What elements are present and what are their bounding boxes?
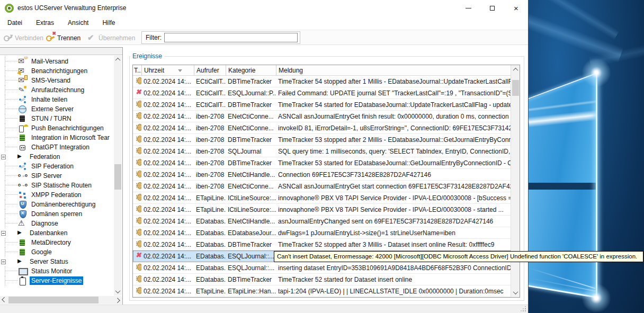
tree-item[interactable]: Benachrichtigungen [0,66,114,76]
cell-message: TimeTracker 53 started for EDatabaseJour… [276,159,511,167]
table-row[interactable]: 02.02.2024 14:... ECtiCallT... ESQLJourn… [133,87,511,99]
tree-item[interactable]: Server Status [0,257,114,266]
bug-icon [135,76,141,85]
cell-caller: EDatabas... [194,276,226,283]
tree-item[interactable]: MetaDirectory [0,238,114,247]
collapse-minus-icon[interactable] [1,260,6,264]
error-icon [135,251,141,260]
table-row[interactable]: 02.02.2024 14:... EDatabas... DBTimeTrac… [133,239,511,251]
tree-item-label: Diagnose [30,219,60,228]
tree-item[interactable]: Push Benachrichtigungen [0,123,114,133]
scroll-left-button[interactable] [0,296,8,304]
window-logo-right-edge [596,73,597,298]
menu-item[interactable]: Hilfe [96,17,121,29]
table-row[interactable]: 02.02.2024 14:... EDatabas... ENetCtiHan… [133,216,511,227]
table-row[interactable]: 02.02.2024 14:... iben-2708 ENetCtiConne… [133,181,511,192]
tree-item[interactable]: Domänenberechtigung [0,200,114,209]
menu-item[interactable]: Datei [1,17,29,29]
tree-item[interactable]: Status Monitor [0,266,114,276]
table-row[interactable]: 02.02.2024 14:... ECtiCallT... DBTimeTra… [133,76,511,87]
tree-connector [5,104,5,114]
menu-item[interactable]: Ansicht [61,17,95,29]
tree-item[interactable]: XMPP Federation [0,190,114,200]
tree-item[interactable]: Datenbanken [0,228,114,238]
scroll-right-button[interactable] [114,296,122,304]
tree-horizontal-scrollbar[interactable] [0,296,122,304]
tree-item-label: Server Status [28,257,70,266]
table-row[interactable]: 02.02.2024 14:... ETapiLine... ICtiLineS… [133,204,511,216]
table-row[interactable]: 02.02.2024 14:... ETapiLine... ICtiLineS… [133,192,511,204]
table-row[interactable]: 02.02.2024 14:... ETapiLine... ETapiLine… [133,285,511,297]
connect-button[interactable]: Verbinden [3,32,43,44]
column-header-category[interactable]: Kategorie [226,65,276,76]
table-row[interactable]: 02.02.2024 14:... iben-2708 DBTimeTracke… [133,157,511,169]
tree-item-label: Server-Ereignisse [30,276,83,285]
disconnect-button[interactable]: ✖ Trennen [46,32,80,44]
scroll-down-button[interactable] [114,288,122,296]
tree-item[interactable]: ChatGPT Integration [0,142,114,152]
table-vertical-scrollbar[interactable] [511,65,520,297]
filter-group: Filter: [141,31,300,44]
collapse-minus-icon[interactable] [1,231,6,236]
column-header-caller[interactable]: Aufrufer [194,65,226,76]
column-header-type[interactable]: T... [133,65,141,76]
close-icon: × [514,4,518,12]
tree-item[interactable]: Externe Server [0,104,114,114]
tree-item[interactable]: Server-Ereignisse [0,276,114,285]
tree-item[interactable]: Google [0,247,114,257]
tree-connector [5,209,5,219]
tree-item[interactable]: Federation [0,152,114,162]
tree-vertical-scrollbar[interactable] [114,56,122,296]
window-logo-crossbar [529,183,597,190]
table-row[interactable]: 02.02.2024 14:... iben-2708 ENetCtiConne… [133,111,511,122]
chevron-right-icon [115,298,120,303]
tree-item[interactable]: Inhalte teilen [0,95,114,104]
table-row[interactable]: 02.02.2024 14:... EDatabas... EDatabaseJ… [133,227,511,239]
cell-caller: ETapiLine... [194,288,226,295]
bug-icon [135,169,141,178]
tree-item[interactable]: Diagnose [0,219,114,228]
table-row[interactable]: 02.02.2024 14:... iben-2708 DBTimeTracke… [133,134,511,146]
tree-item[interactable]: STUN / TURN [0,114,114,123]
tree-item[interactable]: SIP Server [0,171,114,181]
cell-caller: ECtiCallT... [194,78,226,85]
column-header-message[interactable]: Meldung [276,65,511,76]
table-row[interactable]: 02.02.2024 14:... ECtiCallT... DBTimeTra… [133,99,511,111]
scroll-up-button[interactable] [114,56,122,64]
collapse-minus-icon[interactable] [1,155,6,159]
titlebar[interactable]: estos UCServer Verwaltung Enterprise × [0,0,528,16]
tree-item-label: Integration in Microsoft Tear [30,133,111,142]
column-header-time[interactable]: Uhrzeit [141,65,194,76]
table-row[interactable]: 02.02.2024 14:... iben-2708 ENetCtiConne… [133,122,511,134]
minimize-button[interactable] [457,0,480,16]
cell-message: dwFlags=1 pJournalEntryList->size()=1 st… [276,229,511,237]
apply-button[interactable]: Übernehmen [87,32,135,44]
tree-item[interactable]: Mail-Versand [0,57,114,66]
table-row[interactable]: 02.02.2024 14:... EDatabas... ESQLJourna… [133,262,511,274]
tree-item[interactable]: SIP Statische Routen [0,181,114,190]
menu-item[interactable]: Extras [30,17,60,29]
filter-input[interactable] [164,33,298,42]
tree-item[interactable]: Anrufaufzeichnung [0,85,114,95]
table-row[interactable]: 02.02.2024 14:... iben-2708 ENetCtiHandl… [133,169,511,181]
statusbar [0,305,528,313]
tree-item[interactable]: Domänen sperren [0,209,114,219]
maximize-button[interactable] [480,0,504,16]
resize-grip[interactable] [521,306,526,311]
cell-time: 02.02.2024 14:... [141,148,194,155]
tree-item[interactable]: SMS-Versand [0,76,114,85]
scroll-up-button[interactable] [512,66,520,74]
cell-time: 02.02.2024 14:... [141,113,194,120]
scrollbar-thumb[interactable] [114,164,121,190]
scroll-down-button[interactable] [512,289,520,297]
close-button[interactable]: × [504,0,528,16]
scrollbar-thumb[interactable] [8,297,99,303]
scrollbar-thumb[interactable] [512,80,519,96]
tree-item[interactable]: SIP Federation [0,162,114,171]
table-row[interactable]: 02.02.2024 14:... EDatabas... DBTimeTrac… [133,274,511,285]
minimize-icon [466,8,471,8]
tree-item-label: Anrufaufzeichnung [30,86,86,94]
table-row[interactable]: 02.02.2024 14:... iben-2708 SQLJournal S… [133,146,511,157]
cell-time: 02.02.2024 14:... [141,136,194,144]
tree-item[interactable]: Integration in Microsoft Tear [0,133,114,142]
